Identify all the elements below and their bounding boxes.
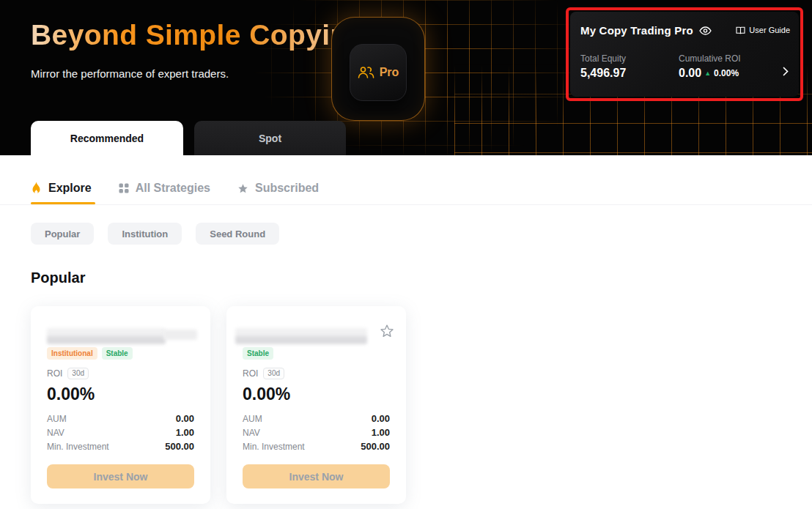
- strategy-cards: Institutional Stable ROI 30d 0.00% AUM 0…: [31, 306, 406, 504]
- strategy-card[interactable]: Stable ROI 30d 0.00% AUM 0.00 NAV 1.00: [226, 306, 406, 504]
- tabs-divider: [0, 204, 812, 205]
- my-copy-trading-panel[interactable]: My Copy Trading Pro User Guide: [570, 12, 799, 97]
- total-equity-stat: Total Equity 5,496.97: [580, 53, 626, 80]
- tab-explore[interactable]: Explore: [31, 182, 92, 195]
- redacted-strategy-name: [47, 328, 166, 344]
- invest-now-button[interactable]: Invest Now: [47, 464, 194, 488]
- total-equity-value: 5,496.97: [580, 67, 626, 80]
- stat-row-min-investment: Min. Investment 500.00: [47, 439, 194, 453]
- tab-all-strategies[interactable]: All Strategies: [119, 182, 210, 195]
- stat-row-aum: AUM 0.00: [47, 412, 194, 426]
- roi-value: 0.00%: [243, 384, 290, 404]
- grid-icon: [119, 183, 129, 193]
- main-content: Explore All Strategies: [0, 155, 812, 509]
- tab-all-strategies-label: All Strategies: [136, 182, 210, 195]
- eye-icon[interactable]: [699, 26, 712, 35]
- strategy-nav-tabs: Explore All Strategies: [31, 182, 319, 195]
- strategy-card[interactable]: Institutional Stable ROI 30d 0.00% AUM 0…: [31, 306, 210, 504]
- cumulative-roi-stat: Cumulative ROI 0.00 ▲ 0.00%: [679, 53, 741, 80]
- tag-stable: Stable: [102, 347, 133, 360]
- stat-row-min-investment: Min. Investment 500.00: [243, 439, 390, 453]
- chevron-right-icon[interactable]: [783, 66, 789, 79]
- tag-stable: Stable: [243, 347, 273, 360]
- roi-period-badge: 30d: [67, 368, 89, 379]
- copy-trading-page: Beyond Simple Copying Mirror the perform…: [0, 0, 812, 509]
- chip-popular[interactable]: Popular: [31, 223, 94, 245]
- pro-badge: Pro: [331, 17, 425, 121]
- redacted-strategy-meta: [163, 330, 197, 340]
- hero-header: Beyond Simple Copying Mirror the perform…: [0, 0, 812, 155]
- pro-badge-label: Pro: [380, 66, 399, 79]
- copy-person-icon: [358, 66, 375, 79]
- tag-institutional: Institutional: [47, 347, 97, 360]
- roi-up-triangle-icon: ▲: [704, 70, 711, 77]
- invest-now-button[interactable]: Invest Now: [243, 464, 390, 488]
- filter-chips: Popular Institution Seed Round: [31, 223, 279, 245]
- user-guide-link[interactable]: User Guide: [736, 26, 790, 34]
- page-subtitle: Mirror the performance of expert traders…: [31, 67, 229, 80]
- tab-recommended[interactable]: Recommended: [31, 121, 183, 155]
- roi-label: ROI: [243, 368, 258, 379]
- tab-subscribed-label: Subscribed: [255, 182, 319, 195]
- roi-period-badge: 30d: [263, 368, 284, 379]
- cumulative-roi-change: 0.00%: [714, 68, 739, 78]
- redacted-strategy-name: [235, 328, 367, 344]
- tab-spot[interactable]: Spot: [194, 121, 346, 155]
- tab-subscribed[interactable]: Subscribed: [237, 182, 319, 195]
- user-guide-label: User Guide: [749, 26, 790, 34]
- pro-badge-logo: Pro: [350, 44, 407, 101]
- book-icon: [736, 26, 745, 34]
- flame-icon: [31, 182, 42, 195]
- cumulative-roi-value: 0.00: [679, 67, 701, 80]
- favorite-star-icon[interactable]: [380, 324, 394, 338]
- stat-row-aum: AUM 0.00: [243, 412, 390, 426]
- total-equity-label: Total Equity: [580, 53, 626, 64]
- star-icon: [237, 183, 248, 194]
- stat-row-nav: NAV 1.00: [47, 426, 194, 439]
- roi-label: ROI: [47, 368, 62, 379]
- chip-institution[interactable]: Institution: [108, 223, 182, 245]
- section-title: Popular: [31, 270, 85, 286]
- roi-value: 0.00%: [47, 384, 95, 404]
- page-title: Beyond Simple Copying: [31, 19, 366, 51]
- cumulative-roi-label: Cumulative ROI: [679, 53, 741, 64]
- tab-explore-label: Explore: [48, 182, 92, 195]
- chip-seed-round[interactable]: Seed Round: [196, 223, 279, 245]
- panel-title: My Copy Trading Pro: [580, 24, 693, 37]
- stat-row-nav: NAV 1.00: [243, 426, 390, 439]
